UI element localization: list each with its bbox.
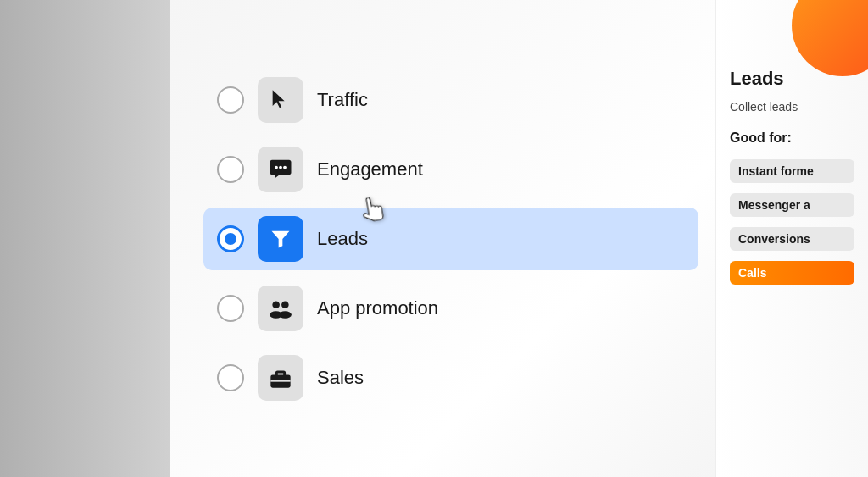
campaign-item-app-promotion[interactable]: App promotion [203,277,698,340]
campaign-item-leads[interactable]: Leads [203,208,698,270]
svg-point-0 [275,165,278,169]
people-icon [268,297,293,320]
campaign-list: Traffic Engagement Lead [170,0,715,477]
label-app-promotion: App promotion [317,297,438,319]
good-for-label: Good for: [730,130,854,146]
briefcase-icon [269,366,292,390]
svg-rect-8 [276,372,284,377]
radio-engagement[interactable] [217,156,244,183]
radio-traffic[interactable] [217,86,244,114]
radio-leads[interactable] [217,225,244,252]
radio-sales[interactable] [217,364,244,391]
tag-calls: Calls [730,261,854,285]
main-content: Traffic Engagement Lead [170,0,868,477]
chat-icon [268,157,293,182]
tag-instant-forms: Instant forme [730,159,854,183]
campaign-item-engagement[interactable]: Engagement [203,138,698,201]
svg-point-3 [272,301,280,308]
tag-conversions: Conversions [730,227,854,251]
icon-box-engagement [258,147,303,192]
left-panel [0,0,170,477]
cursor-icon [269,88,292,112]
svg-rect-9 [270,380,290,381]
svg-point-6 [279,311,292,319]
campaign-item-traffic[interactable]: Traffic [203,69,698,131]
funnel-icon [269,227,292,251]
icon-box-app-promotion [258,286,303,331]
radio-app-promotion[interactable] [217,295,244,322]
label-traffic: Traffic [317,89,368,111]
svg-point-2 [283,165,287,169]
campaign-item-sales[interactable]: Sales [203,347,698,409]
svg-point-1 [279,165,282,169]
label-engagement: Engagement [317,158,423,180]
icon-box-leads [258,216,303,262]
tag-messenger: Messenger a [730,193,854,217]
label-leads: Leads [317,228,368,250]
icon-box-sales [258,355,303,401]
svg-point-4 [281,301,289,308]
panel-description: Collect leads [730,100,854,114]
label-sales: Sales [317,367,364,389]
icon-box-traffic [258,77,303,123]
